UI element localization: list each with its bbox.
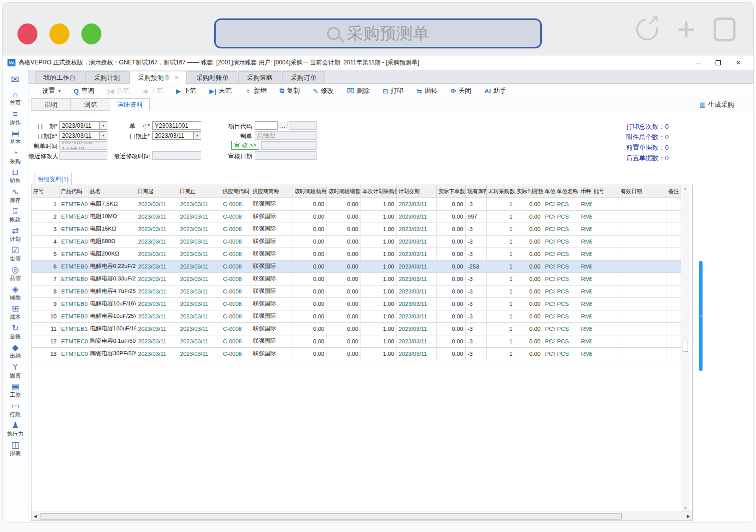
vertical-scroll-thumb[interactable] <box>683 342 688 352</box>
col-sup_code[interactable]: 供应商代码 <box>221 185 251 198</box>
detail-data-tab[interactable]: 明细资料(1) <box>34 173 72 185</box>
table-row[interactable]: 7ETMTEB0033-2电解电容0.33uF/25V2023/03/11202… <box>31 272 681 285</box>
col-no[interactable]: 序号 <box>31 185 59 198</box>
audit-button[interactable]: 审 核 >> <box>231 141 259 150</box>
add-button[interactable]: ＋新增 <box>238 86 273 95</box>
print-button[interactable]: ⊟打印 <box>376 86 410 95</box>
table-row[interactable]: 10ETMTEB010-25电解电容10uF/25V2023/03/112023… <box>31 310 681 322</box>
subtab-detail[interactable]: 详细资料 <box>110 98 150 111</box>
col-plan_date[interactable]: 计划交期 <box>396 185 436 198</box>
col-currency[interactable]: 币种 <box>579 185 592 198</box>
project-lookup-button[interactable]: … <box>277 122 288 129</box>
restore-icon[interactable] <box>716 60 721 65</box>
doc-no-field[interactable]: Y230311001 <box>152 121 201 130</box>
close-icon[interactable]: × <box>736 58 741 67</box>
col-usage[interactable]: 该时间段领用量 <box>293 185 327 198</box>
share-icon[interactable]: ↗ <box>635 17 659 41</box>
tabs-overview-icon[interactable] <box>714 17 736 41</box>
tab-purchase-plan[interactable]: 采购计划 <box>85 71 128 83</box>
col-unconv[interactable]: 未转采购数量 <box>486 185 515 198</box>
sidebar-item-cost[interactable]: ⊞成本 <box>7 303 23 320</box>
sidebar-item-cashier[interactable]: ◆出纳 <box>7 342 23 359</box>
col-date_from[interactable]: 日期起 <box>136 185 178 198</box>
scroll-down-icon[interactable]: ∨ <box>682 504 689 512</box>
tab-purchase-reconciliation[interactable]: 采购对账单 <box>188 71 237 83</box>
col-stock[interactable]: 现有库存 <box>465 185 486 198</box>
sidebar-item-admin[interactable]: ▭行政 <box>7 401 23 418</box>
project-code-field[interactable] <box>255 121 278 130</box>
tab-purchase-strategy[interactable]: 采购策略 <box>238 71 281 83</box>
col-valid[interactable]: 有效日期 <box>619 185 667 198</box>
mac-minimize-button[interactable] <box>49 23 69 44</box>
sidebar-item-purchase[interactable]: ◔采购 <box>7 148 23 165</box>
col-arrived[interactable]: 实际到货数量 <box>515 185 543 198</box>
query-button[interactable]: Q查询 <box>67 86 101 95</box>
sidebar-item-general-ledger[interactable]: ↻总账 <box>7 323 23 340</box>
date-from-dropdown-icon[interactable]: ▼ <box>99 132 107 139</box>
table-row[interactable]: 12ETMTEC0001-5陶瓷电容0.1uF/50V2023/03/11202… <box>31 335 681 347</box>
table-row[interactable]: 9ETMTEB010-16电解电容10uF/16V2023/03/112023/… <box>31 297 681 310</box>
col-date_to[interactable]: 日期止 <box>178 185 221 198</box>
generate-purchase-button[interactable]: ▥ 生成采购 <box>700 100 734 109</box>
sidebar-item-sales[interactable]: ⊔销售 <box>7 167 23 184</box>
col-ordered[interactable]: 实际下单数量 <box>436 185 465 198</box>
table-row[interactable]: 8ETMTEB0047-2电解电容4.7uF/25V2023/03/112023… <box>31 285 681 297</box>
sidebar-item-auxiliary[interactable]: ◈辅助 <box>7 284 23 301</box>
sidebar-item-quality[interactable]: ◎品管 <box>7 265 23 281</box>
table-row[interactable]: 1ETMTEA000075电阻7.5KΩ2023/03/112023/03/11… <box>31 198 681 210</box>
sidebar-item-reports[interactable]: ◫报表 <box>7 440 23 457</box>
table-row[interactable]: 2ETMTEA00010M电阻10MΩ2023/03/112023/03/11C… <box>31 210 681 223</box>
horizontal-scroll-thumb[interactable] <box>40 513 622 520</box>
table-row[interactable]: 6ETMTEB0022-2电解电容0.22uF/25V2023/03/11202… <box>31 260 681 272</box>
subtab-browse[interactable]: 浏览 <box>70 98 110 111</box>
sidebar-item-fixed-assets[interactable]: ¥固资 <box>7 362 23 379</box>
sidebar-item-inventory[interactable]: ∿库存 <box>7 187 23 204</box>
scroll-right-icon[interactable]: ▶ <box>685 512 692 521</box>
tab-close-icon[interactable]: × <box>175 74 178 81</box>
close-button[interactable]: Ф关闭 <box>444 86 478 95</box>
copy-button[interactable]: ⧉复制 <box>273 86 306 95</box>
settings-button[interactable]: 设置▾ <box>35 86 67 95</box>
date-field[interactable]: 2023/03/11 ▼ <box>59 121 107 130</box>
sidebar-item-planning[interactable]: ⇄计划 <box>7 226 23 243</box>
tab-my-workspace[interactable]: 我的工作台 <box>35 71 84 83</box>
col-plan[interactable]: 本次计划采购量 <box>361 185 396 198</box>
sidebar-item-payroll[interactable]: ▦工资 <box>7 381 23 398</box>
sidebar-item-accounts[interactable]: ♖帐款 <box>7 206 23 223</box>
table-row[interactable]: 11ETMTEB100-16电解电容100uF/16V2023/03/11202… <box>31 322 681 335</box>
first-record-button[interactable]: |◀首笔 <box>101 86 136 95</box>
col-code[interactable]: 产品代码 <box>59 185 88 198</box>
prev-record-button[interactable]: ◀上笔 <box>136 86 169 95</box>
minimize-icon[interactable]: ─ <box>697 60 701 66</box>
scroll-left-icon[interactable]: ◀ <box>31 512 39 521</box>
side-drawer-handle[interactable]: › <box>699 261 703 371</box>
last-record-button[interactable]: ▶|末笔 <box>203 86 238 95</box>
table-row[interactable]: 3ETMTEA00015K电阻15KΩ2023/03/112023/03/11C… <box>31 223 681 235</box>
col-name[interactable]: 品名 <box>88 185 136 198</box>
date-dropdown-icon[interactable]: ▼ <box>99 122 107 129</box>
scroll-up-icon[interactable]: ∧ <box>682 185 689 193</box>
col-note[interactable]: 备注 <box>667 185 681 198</box>
ai-assistant-button[interactable]: AI助手 <box>478 86 513 95</box>
search-input[interactable]: 采购预测单 <box>214 18 542 48</box>
subtab-description[interactable]: 说明 <box>31 98 71 111</box>
sidebar-item-production[interactable]: ☑生管 <box>7 245 23 262</box>
date-to-field[interactable]: 2023/03/11 ▼ <box>152 131 201 140</box>
vertical-scrollbar[interactable]: ∧ ∨ <box>682 185 689 512</box>
col-sales[interactable]: 该时间段销售量 <box>327 185 361 198</box>
date-to-dropdown-icon[interactable]: ▼ <box>193 132 201 139</box>
tab-purchase-order[interactable]: 采购订单 <box>282 71 325 83</box>
col-batch[interactable]: 批号 <box>592 185 619 198</box>
date-from-field[interactable]: 2023/03/11 ▼ <box>59 131 107 140</box>
delete-button[interactable]: ⌧删除 <box>340 86 376 95</box>
modify-button[interactable]: ✎修改 <box>306 86 340 95</box>
new-tab-icon[interactable]: + <box>677 17 696 41</box>
col-sup_name[interactable]: 供应商简称 <box>251 185 293 198</box>
sidebar-item-home[interactable]: ⌂首页 <box>7 89 23 106</box>
sidebar-item-execution[interactable]: ♟执行力 <box>7 420 23 437</box>
table-row[interactable]: 5ETMTEA00200K电阻200KΩ2023/03/112023/03/11… <box>31 248 681 260</box>
col-unit_name[interactable]: 单位名称 <box>555 185 579 198</box>
mac-zoom-button[interactable] <box>81 23 101 44</box>
table-row[interactable]: 13ETMTEC0030-5陶瓷电容30PF/50V2023/03/112023… <box>31 347 681 360</box>
tab-purchase-forecast[interactable]: 采购预测单× <box>129 71 187 84</box>
